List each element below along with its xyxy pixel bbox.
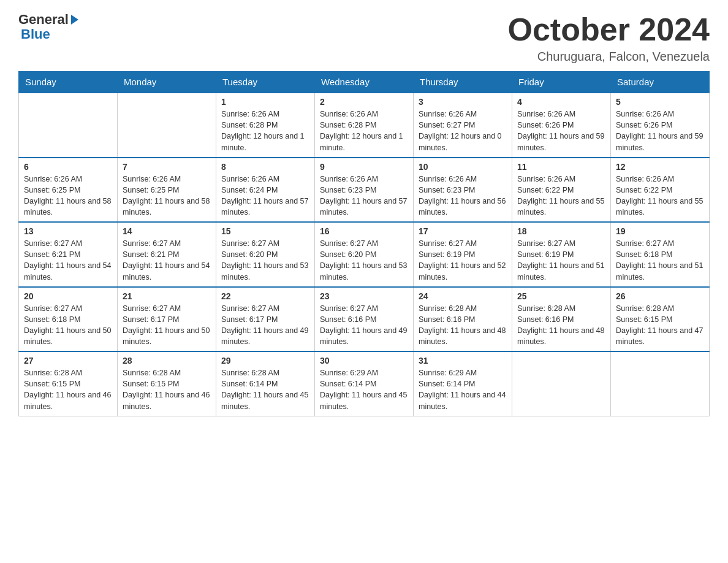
day-number: 8 bbox=[221, 162, 309, 172]
weekday-header-sunday: Sunday bbox=[19, 72, 118, 93]
calendar-cell: 7Sunrise: 6:26 AMSunset: 6:25 PMDaylight… bbox=[118, 158, 216, 223]
page-header: General Blue October 2024 Churuguara, Fa… bbox=[18, 12, 710, 64]
calendar-cell: 3Sunrise: 6:26 AMSunset: 6:27 PMDaylight… bbox=[414, 93, 512, 158]
day-info: Sunrise: 6:26 AMSunset: 6:28 PMDaylight:… bbox=[221, 109, 309, 153]
day-info: Sunrise: 6:27 AMSunset: 6:19 PMDaylight:… bbox=[419, 238, 507, 283]
day-number: 26 bbox=[616, 291, 704, 301]
day-info: Sunrise: 6:27 AMSunset: 6:20 PMDaylight:… bbox=[221, 238, 309, 283]
day-info: Sunrise: 6:26 AMSunset: 6:22 PMDaylight:… bbox=[517, 174, 605, 218]
day-info: Sunrise: 6:26 AMSunset: 6:26 PMDaylight:… bbox=[517, 109, 605, 153]
weekday-header-monday: Monday bbox=[118, 72, 216, 93]
title-block: October 2024 Churuguara, Falcon, Venezue… bbox=[508, 12, 710, 64]
day-number: 18 bbox=[517, 226, 605, 236]
day-number: 31 bbox=[419, 356, 507, 366]
calendar-cell: 30Sunrise: 6:29 AMSunset: 6:14 PMDayligh… bbox=[315, 351, 414, 416]
calendar-cell bbox=[118, 93, 216, 158]
calendar-cell: 28Sunrise: 6:28 AMSunset: 6:15 PMDayligh… bbox=[118, 351, 216, 416]
calendar-cell: 6Sunrise: 6:26 AMSunset: 6:25 PMDaylight… bbox=[19, 158, 118, 223]
day-number: 11 bbox=[517, 162, 605, 172]
day-number: 22 bbox=[221, 291, 309, 301]
weekday-header-thursday: Thursday bbox=[414, 72, 512, 93]
calendar-cell: 20Sunrise: 6:27 AMSunset: 6:18 PMDayligh… bbox=[19, 287, 118, 352]
calendar-cell: 4Sunrise: 6:26 AMSunset: 6:26 PMDaylight… bbox=[512, 93, 611, 158]
calendar-cell: 8Sunrise: 6:26 AMSunset: 6:24 PMDaylight… bbox=[216, 158, 315, 223]
weekday-header-tuesday: Tuesday bbox=[216, 72, 315, 93]
calendar-cell: 23Sunrise: 6:27 AMSunset: 6:16 PMDayligh… bbox=[315, 287, 414, 352]
calendar-cell: 25Sunrise: 6:28 AMSunset: 6:16 PMDayligh… bbox=[512, 287, 611, 352]
day-info: Sunrise: 6:26 AMSunset: 6:25 PMDaylight:… bbox=[24, 174, 112, 218]
day-info: Sunrise: 6:26 AMSunset: 6:26 PMDaylight:… bbox=[616, 109, 704, 153]
calendar-cell bbox=[611, 351, 710, 416]
calendar-cell: 16Sunrise: 6:27 AMSunset: 6:20 PMDayligh… bbox=[315, 222, 414, 287]
day-info: Sunrise: 6:28 AMSunset: 6:16 PMDaylight:… bbox=[419, 303, 507, 348]
calendar-cell: 1Sunrise: 6:26 AMSunset: 6:28 PMDaylight… bbox=[216, 93, 315, 158]
day-number: 23 bbox=[320, 291, 408, 301]
weekday-header-wednesday: Wednesday bbox=[315, 72, 414, 93]
calendar-week-4: 20Sunrise: 6:27 AMSunset: 6:18 PMDayligh… bbox=[19, 287, 710, 352]
day-info: Sunrise: 6:26 AMSunset: 6:28 PMDaylight:… bbox=[320, 109, 408, 153]
day-info: Sunrise: 6:27 AMSunset: 6:21 PMDaylight:… bbox=[24, 238, 112, 283]
weekday-header-saturday: Saturday bbox=[611, 72, 710, 93]
day-info: Sunrise: 6:29 AMSunset: 6:14 PMDaylight:… bbox=[419, 367, 507, 412]
month-title: October 2024 bbox=[508, 12, 710, 47]
day-info: Sunrise: 6:26 AMSunset: 6:23 PMDaylight:… bbox=[320, 174, 408, 218]
day-number: 12 bbox=[616, 162, 704, 172]
calendar-cell: 24Sunrise: 6:28 AMSunset: 6:16 PMDayligh… bbox=[414, 287, 512, 352]
day-number: 21 bbox=[123, 291, 211, 301]
day-number: 1 bbox=[221, 97, 309, 107]
calendar-cell: 12Sunrise: 6:26 AMSunset: 6:22 PMDayligh… bbox=[611, 158, 710, 223]
day-info: Sunrise: 6:27 AMSunset: 6:18 PMDaylight:… bbox=[24, 303, 112, 348]
day-info: Sunrise: 6:27 AMSunset: 6:20 PMDaylight:… bbox=[320, 238, 408, 283]
day-number: 20 bbox=[24, 291, 112, 301]
day-number: 15 bbox=[221, 226, 309, 236]
calendar-cell: 18Sunrise: 6:27 AMSunset: 6:19 PMDayligh… bbox=[512, 222, 611, 287]
calendar-week-5: 27Sunrise: 6:28 AMSunset: 6:15 PMDayligh… bbox=[19, 351, 710, 416]
calendar-cell: 10Sunrise: 6:26 AMSunset: 6:23 PMDayligh… bbox=[414, 158, 512, 223]
calendar-cell: 11Sunrise: 6:26 AMSunset: 6:22 PMDayligh… bbox=[512, 158, 611, 223]
day-number: 30 bbox=[320, 356, 408, 366]
calendar-cell: 21Sunrise: 6:27 AMSunset: 6:17 PMDayligh… bbox=[118, 287, 216, 352]
calendar-week-1: 1Sunrise: 6:26 AMSunset: 6:28 PMDaylight… bbox=[19, 93, 710, 158]
calendar-header: SundayMondayTuesdayWednesdayThursdayFrid… bbox=[19, 72, 710, 93]
day-number: 14 bbox=[123, 226, 211, 236]
day-info: Sunrise: 6:28 AMSunset: 6:16 PMDaylight:… bbox=[517, 303, 605, 348]
logo-blue: Blue bbox=[21, 26, 50, 42]
calendar-table: SundayMondayTuesdayWednesdayThursdayFrid… bbox=[18, 71, 710, 416]
calendar-week-2: 6Sunrise: 6:26 AMSunset: 6:25 PMDaylight… bbox=[19, 158, 710, 223]
day-info: Sunrise: 6:26 AMSunset: 6:24 PMDaylight:… bbox=[221, 174, 309, 218]
day-info: Sunrise: 6:26 AMSunset: 6:23 PMDaylight:… bbox=[419, 174, 507, 218]
calendar-cell: 17Sunrise: 6:27 AMSunset: 6:19 PMDayligh… bbox=[414, 222, 512, 287]
day-info: Sunrise: 6:29 AMSunset: 6:14 PMDaylight:… bbox=[320, 367, 408, 412]
weekday-header-row: SundayMondayTuesdayWednesdayThursdayFrid… bbox=[19, 72, 710, 93]
day-number: 28 bbox=[123, 356, 211, 366]
calendar-body: 1Sunrise: 6:26 AMSunset: 6:28 PMDaylight… bbox=[19, 93, 710, 416]
day-number: 3 bbox=[419, 97, 507, 107]
day-number: 9 bbox=[320, 162, 408, 172]
day-number: 25 bbox=[517, 291, 605, 301]
day-number: 27 bbox=[24, 356, 112, 366]
day-number: 4 bbox=[517, 97, 605, 107]
day-info: Sunrise: 6:26 AMSunset: 6:22 PMDaylight:… bbox=[616, 174, 704, 218]
logo-general: General bbox=[18, 12, 69, 27]
day-number: 7 bbox=[123, 162, 211, 172]
calendar-cell: 22Sunrise: 6:27 AMSunset: 6:17 PMDayligh… bbox=[216, 287, 315, 352]
day-number: 13 bbox=[24, 226, 112, 236]
calendar-cell: 5Sunrise: 6:26 AMSunset: 6:26 PMDaylight… bbox=[611, 93, 710, 158]
calendar-cell: 29Sunrise: 6:28 AMSunset: 6:14 PMDayligh… bbox=[216, 351, 315, 416]
calendar-cell: 31Sunrise: 6:29 AMSunset: 6:14 PMDayligh… bbox=[414, 351, 512, 416]
calendar-week-3: 13Sunrise: 6:27 AMSunset: 6:21 PMDayligh… bbox=[19, 222, 710, 287]
day-info: Sunrise: 6:28 AMSunset: 6:15 PMDaylight:… bbox=[123, 367, 211, 412]
calendar-cell: 26Sunrise: 6:28 AMSunset: 6:15 PMDayligh… bbox=[611, 287, 710, 352]
day-info: Sunrise: 6:27 AMSunset: 6:18 PMDaylight:… bbox=[616, 238, 704, 283]
calendar-cell: 2Sunrise: 6:26 AMSunset: 6:28 PMDaylight… bbox=[315, 93, 414, 158]
calendar-cell: 27Sunrise: 6:28 AMSunset: 6:15 PMDayligh… bbox=[19, 351, 118, 416]
day-number: 19 bbox=[616, 226, 704, 236]
calendar-cell: 19Sunrise: 6:27 AMSunset: 6:18 PMDayligh… bbox=[611, 222, 710, 287]
logo-arrow-icon bbox=[71, 15, 78, 25]
day-info: Sunrise: 6:27 AMSunset: 6:21 PMDaylight:… bbox=[123, 238, 211, 283]
calendar-cell: 14Sunrise: 6:27 AMSunset: 6:21 PMDayligh… bbox=[118, 222, 216, 287]
day-number: 10 bbox=[419, 162, 507, 172]
day-info: Sunrise: 6:28 AMSunset: 6:14 PMDaylight:… bbox=[221, 367, 309, 412]
calendar-cell: 13Sunrise: 6:27 AMSunset: 6:21 PMDayligh… bbox=[19, 222, 118, 287]
calendar-cell bbox=[512, 351, 611, 416]
